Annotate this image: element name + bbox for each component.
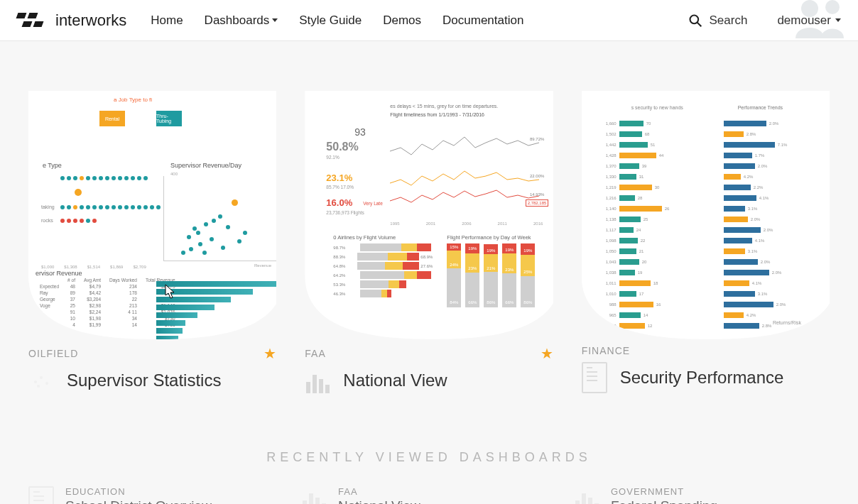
user-name: demouser	[777, 13, 831, 28]
thumb-left-bars: 1,660701,502681,442511,428441,370391,330…	[599, 119, 670, 339]
brand-logo[interactable]: interworks	[17, 11, 126, 30]
thumb-tag: Rental	[99, 111, 125, 126]
recent-heading: RECENTLY VIEWED DASHBOARDS	[0, 450, 858, 465]
svg-point-6	[45, 382, 48, 385]
nav-documentation[interactable]: Documentation	[442, 13, 523, 28]
thumb-stat-sub: 85.7% 17.0%	[326, 185, 354, 190]
recent-title: School District Overview	[65, 498, 212, 504]
svg-line-1	[697, 22, 701, 26]
star-icon[interactable]: ★	[541, 345, 553, 362]
card-category: OILFIELD	[28, 348, 78, 359]
thumb-axis-labels: $1,000$1,308$1,514$1,869$2,709	[41, 265, 146, 269]
bar-chart-icon	[574, 486, 599, 504]
recent-item[interactable]: GOVERNMENT Federal Spending	[574, 486, 830, 504]
nav-dashboards-label: Dashboards	[205, 13, 270, 28]
thumb-subtitle: es delays < 15 mins, grey for on time de…	[390, 104, 498, 109]
recent-item[interactable]: FAA National View	[301, 486, 557, 504]
recent-category: GOVERNMENT	[611, 486, 717, 497]
thumb-section: e Type	[43, 162, 62, 169]
thumb-stat-sub: 92.1%	[326, 155, 339, 160]
svg-point-7	[37, 385, 40, 388]
featured-card-finance[interactable]: s security to new hands Performance Tren…	[582, 91, 830, 393]
dashboard-type-icon	[28, 368, 54, 393]
recent-category: EDUCATION	[65, 486, 212, 497]
svg-point-4	[34, 380, 37, 383]
thumb-section: 0 Airlines by Flight Volume	[333, 234, 396, 241]
thumb-section: ervisor Revenue	[36, 270, 82, 277]
nav-demos[interactable]: Demos	[383, 13, 421, 28]
nav-home[interactable]: Home	[151, 13, 183, 28]
search-icon	[688, 13, 702, 28]
thumb-yr: 93	[354, 126, 366, 138]
thumb-day-columns: 15%24%84%19%23%66%19%21%86%19%23%66%19%2…	[447, 243, 535, 307]
search-label: Search	[710, 13, 748, 28]
brand-name: interworks	[55, 11, 126, 30]
search-button[interactable]: Search	[688, 13, 748, 28]
card-title: Security Performance	[620, 368, 784, 388]
featured-card-faa[interactable]: es delays < 15 mins, grey for on time de…	[305, 91, 553, 393]
caret-down-icon	[835, 18, 841, 22]
thumbnail-faa: es delays < 15 mins, grey for on time de…	[305, 91, 553, 339]
thumb-stat-lbl: Very Late	[363, 201, 382, 206]
card-title: National View	[343, 371, 447, 390]
star-icon[interactable]: ★	[264, 345, 276, 362]
svg-point-3	[825, 0, 840, 14]
thumbnail-finance: s security to new hands Performance Tren…	[582, 91, 830, 339]
thumb-title: s security to new hands	[631, 105, 683, 110]
thumbnail-oilfield: a Job Type to fi Rental Thru-Tubing e Ty…	[28, 91, 276, 339]
document-icon	[582, 362, 607, 393]
thumb-tag: Thru-Tubing	[156, 111, 182, 126]
thumb-subtitle: Flight timeliness from 1/1/1993 - 7/31/2…	[390, 112, 484, 117]
svg-point-5	[40, 376, 43, 379]
nav-styleguide[interactable]: Style Guide	[299, 13, 362, 28]
bar-chart-icon	[301, 486, 327, 504]
user-menu[interactable]: demouser	[777, 13, 841, 28]
featured-row: a Job Type to fi Rental Thru-Tubing e Ty…	[0, 41, 858, 422]
caret-down-icon	[272, 18, 278, 22]
top-nav: interworks Home Dashboards Style Guide D…	[0, 0, 858, 41]
card-category: FAA	[305, 348, 325, 359]
thumb-dotplot: taking rocks	[41, 176, 169, 231]
thumb-stat: 16.0%	[326, 197, 352, 208]
thumb-section: Supervisor Revenue/Day	[170, 162, 241, 169]
thumb-right-bars: 2.0%2.8%7.1%1.7%2.0%4.2%2.2%4.1%3.1%2.0%…	[724, 119, 788, 332]
recent-title: National View	[338, 498, 420, 504]
logo-mark-icon	[17, 13, 48, 28]
recent-title: Federal Spending	[611, 498, 717, 504]
nav-links: Home Dashboards Style Guide Demos Docume…	[151, 13, 523, 28]
featured-card-oilfield[interactable]: a Job Type to fi Rental Thru-Tubing e Ty…	[28, 91, 276, 393]
thumb-scatter: Revenue	[163, 176, 276, 261]
recent-row: EDUCATION School District Overview FAA N…	[0, 465, 858, 504]
nav-right: Search demouser	[688, 13, 841, 28]
thumb-stat: 50.8%	[326, 141, 358, 153]
document-icon	[28, 486, 54, 504]
bar-chart-icon	[305, 368, 330, 393]
thumb-stacked-bars: 98.7%88.3%68.9%64.8%27.6%64.2%53.3%46.3%	[333, 243, 433, 299]
svg-point-0	[690, 15, 698, 23]
card-title: Supervisor Statistics	[67, 371, 221, 390]
thumb-stat: 23.1%	[326, 172, 352, 183]
card-category: FINANCE	[582, 345, 630, 356]
thumb-axis: Revenue	[254, 263, 271, 268]
thumb-hbars	[156, 281, 276, 339]
thumb-linechart: 89.72% 22.00% 14.93% 2,782,185 199520012…	[390, 130, 543, 219]
thumb-banner: a Job Type to fi	[114, 97, 152, 103]
recent-category: FAA	[338, 486, 420, 497]
nav-dashboards[interactable]: Dashboards	[205, 13, 278, 28]
thumb-footer: Returns/Risk	[773, 320, 801, 325]
recent-item[interactable]: EDUCATION School District Overview	[28, 486, 284, 504]
thumb-title: Performance Trends	[738, 105, 783, 110]
thumb-section: Flight Performance by Day of Week	[447, 234, 531, 241]
thumb-stat-sub: 23,736,973 Flights	[326, 210, 364, 215]
